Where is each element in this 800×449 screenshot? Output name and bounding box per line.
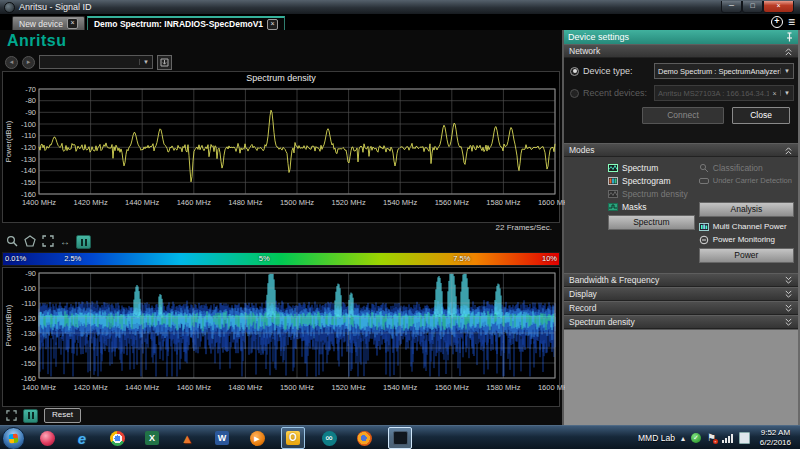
minimize-button[interactable]: ─ (721, 1, 742, 13)
mode-classification[interactable]: Classification (699, 161, 794, 174)
action-center-flag-icon[interactable]: ⚑× (707, 433, 716, 443)
pin-icon[interactable] (785, 32, 794, 42)
device-type-label: Device type: (583, 66, 633, 76)
tab-demo-spectrum[interactable]: Demo Spectrum: INRADIOS-SpecDemoV1 × (87, 16, 285, 30)
expand-icon[interactable] (784, 290, 793, 299)
span-arrows-icon[interactable]: ↔ (60, 237, 70, 247)
svg-text:1500 MHz: 1500 MHz (280, 383, 314, 392)
panel-header[interactable]: Device settings (564, 30, 798, 44)
clear-icon[interactable]: × (769, 90, 780, 97)
mode-power-monitoring[interactable]: Power Monitoring (699, 233, 794, 246)
svg-text:-150: -150 (21, 178, 36, 187)
tray-toolbar-label[interactable]: MMD Lab (638, 433, 675, 443)
svg-text:1520 MHz: 1520 MHz (332, 198, 366, 207)
network-tray-icon[interactable] (722, 433, 733, 443)
section-record[interactable]: Record (564, 301, 798, 315)
mode-under-carrier[interactable]: Under Carrier Detection (699, 174, 794, 187)
firefox-icon[interactable] (356, 430, 372, 446)
svg-text:1480 MHz: 1480 MHz (228, 383, 262, 392)
antivirus-tray-icon[interactable]: ✓ (691, 433, 701, 443)
chevron-down-icon[interactable]: ▼ (139, 59, 152, 65)
internet-explorer-icon[interactable]: e (74, 430, 90, 446)
under-carrier-icon (699, 176, 709, 186)
device-type-select[interactable]: Demo Spectrum : SpectrumAnalyzer ▼ (654, 63, 794, 79)
signal-id-task-button[interactable] (388, 427, 412, 449)
view-select[interactable]: ▼ (39, 55, 153, 69)
colorbar-label: 0.01% (5, 254, 26, 263)
matlab-icon[interactable]: ▲ (179, 430, 195, 446)
collapse-icon[interactable] (784, 47, 793, 56)
tab-close-icon[interactable]: × (267, 19, 278, 30)
red-swirl-app-icon[interactable] (39, 430, 55, 446)
start-button[interactable] (2, 427, 25, 449)
expand-icon[interactable] (784, 276, 793, 285)
device-type-radio[interactable] (570, 67, 579, 76)
section-label: Spectrum density (569, 317, 635, 327)
outlook-task-button[interactable]: O (281, 427, 305, 449)
excel-icon[interactable]: X (144, 430, 160, 446)
section-display[interactable]: Display (564, 287, 798, 301)
expand-icon[interactable] (784, 318, 793, 327)
classification-icon (699, 163, 709, 173)
back-icon[interactable]: ◂ (5, 56, 18, 69)
expand-icon[interactable] (784, 304, 793, 313)
spectrum-chart-svg[interactable]: -70-80-90-100-110-120-130-140-150-160140… (3, 84, 565, 220)
notification-tray-icon[interactable] (739, 432, 750, 444)
pause-button[interactable] (23, 409, 38, 423)
fit-view-icon[interactable] (42, 233, 54, 251)
add-tab-icon[interactable]: + (771, 16, 783, 28)
pause-button[interactable] (76, 235, 91, 249)
frame-rate-label: 22 Frames/Sec. (0, 223, 562, 234)
svg-text:1400 MHz: 1400 MHz (22, 383, 56, 392)
spectrum-group-button[interactable]: Spectrum (608, 215, 695, 230)
svg-text:1480 MHz: 1480 MHz (228, 198, 262, 207)
mode-spectrum-density[interactable]: Spectrum density (608, 187, 695, 200)
close-button[interactable]: × (763, 1, 794, 13)
svg-text:-120: -120 (21, 314, 36, 323)
mode-multi-channel-power[interactable]: Multi Channel Power (699, 220, 794, 233)
section-network[interactable]: Network (564, 44, 798, 58)
signal-id-window-icon (393, 431, 408, 445)
colorbar-label: 5% (259, 254, 270, 263)
mode-spectrogram[interactable]: Spectrogram (608, 174, 695, 187)
mode-masks[interactable]: Masks (608, 200, 695, 213)
pan-icon[interactable] (24, 233, 36, 251)
main-area: Anritsu ◂ ▸ ▼ Spectrum density -70-80-90… (0, 30, 800, 425)
svg-text:-130: -130 (21, 329, 36, 338)
arduino-icon[interactable]: ∞ (321, 430, 337, 446)
export-view-icon[interactable] (157, 55, 172, 70)
svg-text:1420 MHz: 1420 MHz (74, 383, 108, 392)
chrome-icon[interactable] (109, 430, 125, 446)
media-player-icon[interactable]: ▶ (249, 430, 265, 446)
tab-new-device[interactable]: New device × (12, 16, 85, 30)
mode-label: Multi Channel Power (713, 222, 787, 231)
connect-button[interactable]: Connect (642, 107, 724, 124)
power-group-button[interactable]: Power (699, 248, 794, 263)
recent-devices-radio[interactable] (570, 89, 579, 98)
collapse-icon[interactable] (784, 146, 793, 155)
mode-label: Spectrum (622, 163, 658, 173)
mode-spectrum[interactable]: Spectrum (608, 161, 695, 174)
taskbar-clock[interactable]: 9:52 AM 6/2/2016 (756, 428, 795, 448)
section-spectrum-density[interactable]: Spectrum density (564, 315, 798, 329)
menu-icon[interactable]: ≡ (788, 17, 795, 27)
section-modes[interactable]: Modes (564, 143, 798, 157)
chevron-down-icon[interactable]: ▼ (780, 90, 793, 96)
density-chart-svg[interactable]: -90-100-110-120-130-140-150-1601400 MHz1… (3, 269, 565, 403)
reset-button[interactable]: Reset (44, 408, 81, 423)
show-hidden-icons[interactable]: ▴ (681, 434, 685, 443)
svg-text:-100: -100 (21, 120, 36, 129)
analysis-group-button[interactable]: Analysis (699, 202, 794, 217)
mode-label: Classification (713, 163, 763, 173)
fit-view-icon[interactable] (6, 407, 17, 425)
section-bandwidth-frequency[interactable]: Bandwidth & Frequency (564, 273, 798, 287)
zoom-icon[interactable] (6, 233, 18, 251)
forward-icon[interactable]: ▸ (22, 56, 35, 69)
close-device-button[interactable]: Close (732, 107, 790, 124)
recent-devices-select[interactable]: Anritsu MS27103A : 166.164.34.196:9001 ×… (654, 85, 794, 101)
maximize-button[interactable]: □ (742, 1, 763, 13)
svg-text:1560 MHz: 1560 MHz (435, 198, 469, 207)
chevron-down-icon[interactable]: ▼ (780, 68, 793, 74)
word-icon[interactable]: W (214, 430, 230, 446)
tab-close-icon[interactable]: × (67, 18, 78, 29)
